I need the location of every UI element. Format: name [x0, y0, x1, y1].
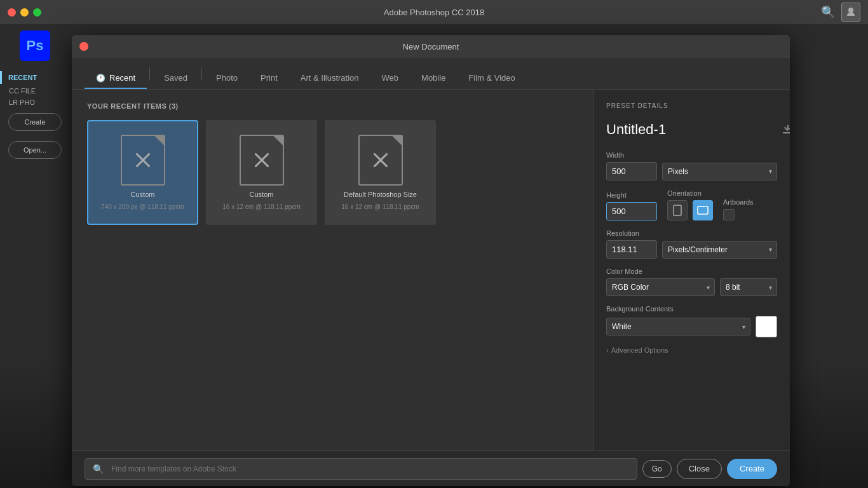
preset-details-label: PRESET DETAILS: [606, 102, 777, 109]
preset-desc-1: 740 x 200 px @ 118.11 ppcm: [101, 203, 184, 210]
height-label: Height: [606, 191, 657, 199]
preset-cross-icon-1: [130, 147, 156, 173]
tab-web[interactable]: Web: [370, 68, 410, 89]
traffic-lights: [8, 8, 41, 17]
color-mode-field-group: Color Mode RGB Color CMYK Color Lab Colo…: [606, 268, 777, 296]
tab-photo[interactable]: Photo: [205, 68, 249, 89]
width-row: Pixels Inches Centimeters Millimeters Po…: [606, 162, 777, 180]
resolution-unit-select[interactable]: Pixels/Centimeter Pixels/Inch: [662, 241, 777, 259]
preset-name-input[interactable]: [606, 121, 781, 138]
width-unit-wrapper: Pixels Inches Centimeters Millimeters Po…: [662, 163, 777, 180]
app-title: Adobe Photoshop CC 2018: [384, 8, 484, 17]
orientation-row: [667, 200, 713, 220]
preset-icon-3: [358, 135, 403, 186]
recent-items-label: YOUR RECENT ITEMS (3): [87, 102, 578, 110]
artboards-label: Artboards: [723, 198, 754, 206]
search-icon[interactable]: 🔍: [821, 5, 835, 19]
advanced-options-toggle[interactable]: › Advanced Options: [606, 346, 777, 354]
save-preset-button[interactable]: [781, 121, 790, 139]
dialog-footer: 🔍 Go Close Create: [72, 451, 790, 486]
preset-card-custom2[interactable]: Custom 16 x 12 cm @ 118.11 ppcm: [206, 120, 317, 225]
preset-cross-icon-3: [368, 147, 393, 173]
preset-icon-1: [121, 135, 165, 186]
resolution-row: Pixels/Centimeter Pixels/Inch: [606, 240, 777, 259]
artboards-checkbox[interactable]: [723, 209, 735, 220]
width-field-group: Width Pixels Inches Centimeters Millimet…: [606, 151, 777, 180]
width-label: Width: [606, 151, 777, 159]
maximize-traffic-light[interactable]: [33, 8, 41, 17]
preset-card-custom1[interactable]: Custom 740 x 200 px @ 118.11 ppcm: [87, 120, 198, 225]
tab-recent[interactable]: 🕐 Recent: [85, 68, 147, 89]
close-button[interactable]: Close: [677, 459, 722, 479]
width-input[interactable]: [606, 162, 657, 180]
tab-mobile[interactable]: Mobile: [410, 68, 457, 89]
presets-grid: Custom 740 x 200 px @ 118.11 ppcm Custom…: [87, 120, 578, 225]
svg-point-0: [848, 8, 853, 13]
close-traffic-light[interactable]: [8, 8, 16, 17]
tab-saved[interactable]: Saved: [153, 68, 199, 89]
color-mode-row: RGB Color CMYK Color Lab Color Grayscale…: [606, 278, 777, 296]
orientation-label: Orientation: [667, 189, 713, 197]
clock-icon: 🕐: [96, 74, 105, 83]
create-button-footer[interactable]: Create: [727, 459, 777, 479]
dialog-tabs: 🕐 Recent Saved Photo Print Art & Illustr…: [72, 58, 790, 90]
color-mode-label: Color Mode: [606, 268, 777, 275]
preset-name-2: Custom: [250, 191, 274, 198]
height-field-group: Height: [606, 191, 657, 220]
tab-film-video[interactable]: Film & Video: [457, 68, 526, 89]
resolution-input[interactable]: [606, 240, 657, 259]
chevron-right-icon: ›: [606, 346, 609, 354]
bg-contents-row: White Black Background Color Foreground …: [606, 316, 777, 337]
color-depth-select[interactable]: 8 bit 16 bit 32 bit: [720, 278, 777, 296]
height-orientation-row: Height Orientation: [606, 189, 777, 220]
resolution-field-group: Resolution Pixels/Centimeter Pixels/Inch: [606, 229, 777, 259]
stock-search-input[interactable]: [111, 464, 629, 473]
preset-name-1: Custom: [131, 191, 155, 198]
preset-desc-3: 16 x 12 cm @ 118.11 ppcm: [341, 203, 419, 210]
bg-contents-field-group: Background Contents White Black Backgrou…: [606, 305, 777, 337]
color-mode-select[interactable]: RGB Color CMYK Color Lab Color Grayscale…: [606, 278, 715, 296]
landscape-button[interactable]: [693, 200, 713, 220]
title-bar: Adobe Photoshop CC 2018 🔍: [0, 0, 868, 24]
dialog-body: YOUR RECENT ITEMS (3) Custom 740 x 200 p…: [72, 90, 790, 451]
portrait-button[interactable]: [667, 200, 688, 220]
preset-desc-2: 16 x 12 cm @ 118.11 ppcm: [222, 203, 300, 210]
user-avatar[interactable]: [841, 3, 860, 22]
content-area: YOUR RECENT ITEMS (3) Custom 740 x 200 p…: [72, 90, 593, 451]
tab-separator-2: [201, 67, 202, 80]
artboards-field-group: Artboards: [723, 198, 754, 220]
orientation-field-group: Orientation: [667, 189, 713, 220]
dialog-close-button[interactable]: [79, 42, 88, 51]
color-mode-wrapper: RGB Color CMYK Color Lab Color Grayscale…: [606, 278, 715, 296]
create-button[interactable]: Create: [8, 113, 62, 131]
dialog-titlebar: New Document: [72, 35, 790, 58]
bg-contents-label: Background Contents: [606, 305, 777, 313]
bg-contents-select[interactable]: White Black Background Color Foreground …: [606, 318, 750, 336]
sidebar-item-ccfile[interactable]: CC FILE: [0, 85, 70, 97]
height-input[interactable]: [606, 202, 657, 220]
bg-color-swatch[interactable]: [756, 316, 777, 337]
title-bar-right: 🔍: [821, 3, 860, 22]
preset-name-3: Default Photoshop Size: [344, 191, 417, 198]
tab-art-illustration[interactable]: Art & Illustration: [289, 68, 370, 89]
tab-print[interactable]: Print: [249, 68, 289, 89]
bg-contents-wrapper: White Black Background Color Foreground …: [606, 318, 750, 336]
right-panel: PRESET DETAILS Width Pixels: [593, 90, 790, 451]
minimize-traffic-light[interactable]: [20, 8, 29, 17]
tab-separator-1: [149, 67, 150, 80]
new-document-dialog: New Document 🕐 Recent Saved Photo Print …: [72, 35, 790, 486]
preset-card-default-ps[interactable]: Default Photoshop Size 16 x 12 cm @ 118.…: [325, 120, 436, 225]
stock-search-icon: 🔍: [93, 464, 104, 474]
go-button[interactable]: Go: [642, 460, 672, 478]
preset-icon-2: [240, 135, 284, 186]
preset-cross-icon-2: [249, 147, 275, 173]
resolution-unit-wrapper: Pixels/Centimeter Pixels/Inch: [662, 241, 777, 259]
svg-rect-1: [674, 205, 681, 215]
width-unit-select[interactable]: Pixels Inches Centimeters Millimeters Po…: [662, 163, 777, 180]
color-depth-wrapper: 8 bit 16 bit 32 bit: [720, 278, 777, 296]
ps-logo: Ps: [20, 30, 50, 61]
stock-search-bar: 🔍: [85, 458, 637, 480]
sidebar-item-lrpho[interactable]: LR PHO: [0, 97, 70, 108]
open-button[interactable]: Open...: [8, 141, 62, 159]
preset-name-row: [606, 121, 777, 139]
